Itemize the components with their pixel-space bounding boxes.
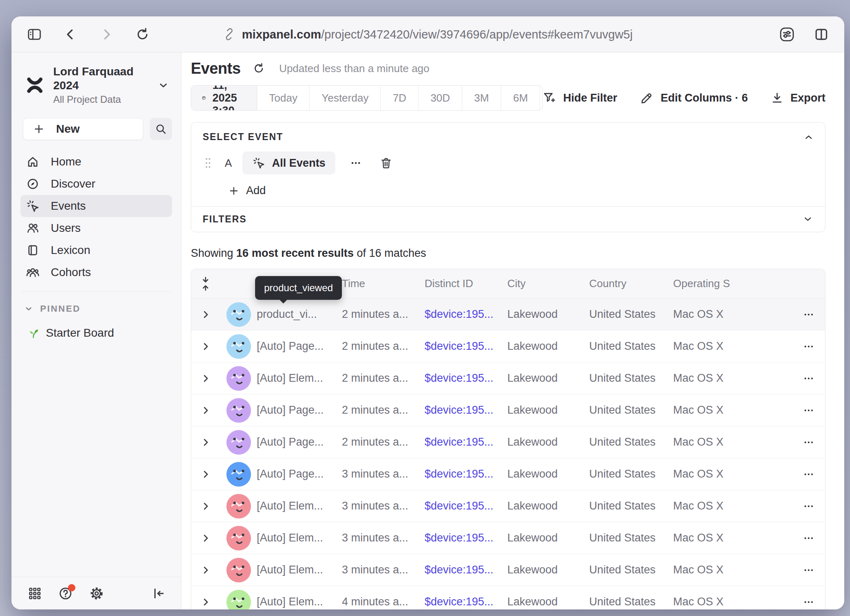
search-button[interactable] — [150, 118, 172, 140]
preset-yesterday[interactable]: Yesterday — [310, 86, 381, 110]
distinct-id-link[interactable]: $device:195... — [425, 372, 507, 385]
preset-30d[interactable]: 30D — [418, 86, 462, 110]
os-cell: Mac OS X — [673, 404, 767, 417]
row-menu-button[interactable] — [767, 404, 825, 417]
event-avatar — [226, 302, 251, 327]
event-name-cell: [Auto] Page... — [257, 468, 342, 480]
os-cell: Mac OS X — [673, 372, 767, 385]
row-menu-button[interactable] — [767, 308, 825, 321]
workspace-switcher[interactable]: Lord Farquaad 2024 All Project Data — [11, 52, 181, 106]
time-cell: 2 minutes a... — [342, 340, 425, 353]
expand-row-icon[interactable] — [191, 309, 220, 320]
sidebar-nav: Home Discover Events Users — [11, 151, 181, 283]
sidebar-item-events[interactable]: Events — [20, 195, 172, 217]
gear-icon[interactable] — [89, 586, 104, 601]
back-icon[interactable] — [61, 25, 79, 43]
column-header-distinct-id[interactable]: Distinct ID — [425, 277, 507, 290]
column-header-os[interactable]: Operating S — [673, 277, 767, 290]
new-button[interactable]: New — [23, 118, 143, 140]
distinct-id-link[interactable]: $device:195... — [425, 500, 507, 512]
distinct-id-link[interactable]: $device:195... — [425, 468, 507, 480]
event-name-cell: [Auto] Page... — [257, 340, 342, 353]
table-row[interactable]: [Auto] Page... 2 minutes a... $device:19… — [191, 331, 825, 362]
trash-icon[interactable] — [376, 153, 396, 173]
table-row[interactable]: [Auto] Elem... 3 minutes a... $device:19… — [191, 554, 825, 586]
expand-row-icon[interactable] — [191, 469, 220, 480]
pinned-section-header[interactable]: PINNED — [11, 292, 181, 314]
help-icon[interactable] — [58, 586, 73, 601]
table-row[interactable]: [Auto] Page... 2 minutes a... $device:19… — [191, 394, 825, 426]
preset-7d[interactable]: 7D — [381, 86, 418, 110]
edit-columns-button[interactable]: Edit Columns · 6 — [640, 91, 748, 105]
row-menu-button[interactable] — [767, 340, 825, 353]
apps-grid-icon[interactable] — [28, 587, 42, 600]
expand-row-icon[interactable] — [191, 597, 220, 607]
row-menu-button[interactable] — [767, 500, 825, 512]
add-event-button[interactable]: Add — [228, 184, 814, 197]
table-row[interactable]: [Auto] Elem... 3 minutes a... $device:19… — [191, 490, 825, 522]
hide-filter-button[interactable]: Hide Filter — [543, 91, 617, 105]
column-header-city[interactable]: City — [507, 277, 589, 290]
sidebar-item-cohorts[interactable]: Cohorts — [20, 261, 172, 283]
row-menu-button[interactable] — [767, 532, 825, 544]
more-dots-icon — [803, 564, 815, 576]
preset-6m[interactable]: 6M — [501, 86, 540, 110]
drag-handle-icon[interactable] — [204, 156, 212, 170]
events-table: Time Distinct ID City Country Operating … — [191, 269, 825, 609]
collapse-sidebar-icon[interactable] — [151, 587, 165, 600]
sidebar-item-home[interactable]: Home — [20, 151, 172, 173]
date-picker[interactable]: Mar 11, 2025 3:30 pm — [191, 86, 257, 110]
reload-icon[interactable] — [133, 25, 151, 43]
table-row[interactable]: [Auto] Page... 3 minutes a... $device:19… — [191, 458, 825, 490]
more-dots-icon[interactable] — [346, 153, 366, 173]
row-menu-button[interactable] — [767, 468, 825, 480]
country-cell: United States — [589, 532, 673, 544]
expand-row-icon[interactable] — [191, 373, 220, 384]
distinct-id-link[interactable]: $device:195... — [425, 340, 507, 353]
sidebar-item-discover[interactable]: Discover — [20, 173, 172, 195]
distinct-id-link[interactable]: $device:195... — [425, 436, 507, 448]
table-row[interactable]: [Auto] Elem... 2 minutes a... $device:19… — [191, 362, 825, 394]
preset-today[interactable]: Today — [257, 86, 310, 110]
distinct-id-link[interactable]: $device:195... — [425, 532, 507, 544]
address-bar[interactable]: mixpanel.com/project/3472420/view/397469… — [223, 27, 633, 41]
sidebar-item-starter-board[interactable]: Starter Board — [11, 314, 181, 340]
distinct-id-link[interactable]: $device:195... — [425, 596, 507, 608]
table-row[interactable]: [Auto] Elem... 4 minutes a... $device:19… — [191, 586, 825, 609]
sidebar-item-lexicon[interactable]: Lexicon — [20, 239, 172, 261]
table-row[interactable]: [Auto] Elem... 3 minutes a... $device:19… — [191, 522, 825, 554]
chevron-up-icon[interactable] — [803, 131, 814, 143]
export-button[interactable]: Export — [771, 91, 825, 104]
row-menu-button[interactable] — [767, 436, 825, 448]
expand-row-icon[interactable] — [191, 405, 220, 416]
expand-row-icon[interactable] — [191, 501, 220, 512]
collapse-rows-icon[interactable] — [191, 276, 220, 291]
events-cursor-icon — [25, 199, 40, 213]
column-header-time[interactable]: Time — [342, 277, 425, 290]
distinct-id-link[interactable]: $device:195... — [425, 564, 507, 576]
event-name-cell: [Auto] Page... — [257, 436, 342, 448]
preset-3m[interactable]: 3M — [462, 86, 501, 110]
sidebar-item-users[interactable]: Users — [20, 217, 172, 239]
event-selector-chip[interactable]: All Events — [242, 152, 335, 174]
expand-row-icon[interactable] — [191, 533, 220, 544]
sidebar-toggle-icon[interactable] — [25, 25, 43, 43]
row-menu-button[interactable] — [767, 372, 825, 385]
events-cursor-icon — [252, 156, 265, 170]
split-view-icon[interactable] — [812, 25, 830, 43]
row-menu-button[interactable] — [767, 596, 825, 608]
distinct-id-link[interactable]: $device:195... — [425, 308, 507, 321]
time-cell: 3 minutes a... — [342, 532, 425, 544]
expand-row-icon[interactable] — [191, 565, 220, 575]
tune-icon[interactable] — [778, 25, 796, 43]
event-name-cell: [Auto] Elem... — [257, 596, 342, 608]
filters-section[interactable]: FILTERS — [191, 206, 825, 232]
expand-row-icon[interactable] — [191, 341, 220, 352]
table-row[interactable]: [Auto] Page... 2 minutes a... $device:19… — [191, 426, 825, 458]
refresh-icon[interactable] — [251, 60, 267, 77]
column-header-country[interactable]: Country — [589, 277, 673, 290]
distinct-id-link[interactable]: $device:195... — [425, 404, 507, 417]
row-menu-button[interactable] — [767, 564, 825, 576]
more-dots-icon — [803, 436, 815, 448]
expand-row-icon[interactable] — [191, 437, 220, 448]
